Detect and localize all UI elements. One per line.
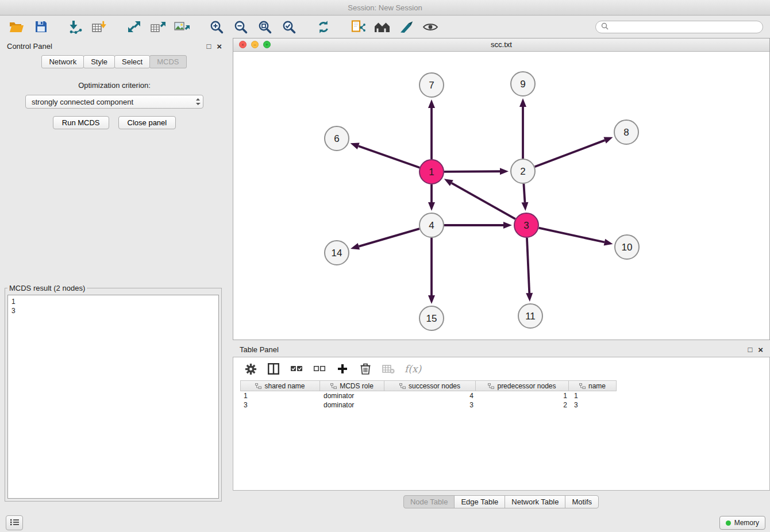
edge-arrowhead (428, 295, 435, 304)
table-body: 1dominator4113dominator323 (240, 391, 769, 410)
table-cell: 3 (571, 401, 619, 409)
tab-edge-table[interactable]: Edge Table (454, 495, 505, 508)
node-1[interactable]: 1 (419, 160, 444, 184)
minimize-window-icon[interactable]: − (251, 41, 259, 48)
zoom-selected-icon[interactable] (280, 19, 298, 35)
houses-icon[interactable] (374, 19, 391, 35)
svg-text:11: 11 (525, 311, 536, 322)
eye-icon[interactable] (422, 19, 439, 35)
column-header-label: name (588, 382, 606, 390)
gear-icon[interactable] (244, 362, 257, 376)
zoom-window-icon[interactable]: + (263, 41, 271, 48)
memory-button[interactable]: Memory (719, 516, 765, 530)
close-panel-icon[interactable]: × (217, 42, 222, 51)
tab-node-table[interactable]: Node Table (403, 495, 455, 508)
node-11[interactable]: 11 (518, 304, 542, 328)
edge-1-6[interactable] (359, 146, 420, 167)
tab-network[interactable]: Network (41, 55, 84, 68)
node-7[interactable]: 7 (419, 73, 444, 97)
traffic-lights: × − + (239, 41, 271, 48)
close-window-icon[interactable]: × (239, 41, 247, 48)
mcds-result-text[interactable]: 1 3 (7, 295, 219, 499)
tab-select[interactable]: Select (114, 55, 150, 68)
zoom-out-icon[interactable] (232, 19, 249, 35)
import-table-icon[interactable] (91, 19, 108, 35)
column-header-label: predecessor nodes (497, 382, 556, 390)
save-session-icon[interactable] (32, 19, 49, 35)
node-2[interactable]: 2 (511, 159, 535, 183)
table-cell: dominator (320, 401, 385, 409)
export-network-icon[interactable] (125, 19, 143, 35)
node-14[interactable]: 14 (325, 241, 349, 265)
export-table-icon[interactable] (149, 19, 167, 35)
open-session-icon[interactable] (8, 19, 25, 35)
close-panel-button[interactable]: Close panel (118, 116, 176, 129)
table-toolbar: f(x) (233, 357, 769, 380)
zoom-fit-icon[interactable] (256, 19, 274, 35)
criterion-select[interactable]: strongly connected component (25, 95, 203, 109)
column-header-successor-nodes[interactable]: successor nodes (384, 380, 476, 391)
node-4[interactable]: 4 (419, 213, 444, 237)
node-3[interactable]: 3 (514, 213, 538, 237)
svg-text:1: 1 (429, 167, 434, 178)
tab-network-table[interactable]: Network Table (505, 495, 565, 508)
search-box[interactable] (595, 21, 763, 33)
table-cell: 3 (385, 401, 477, 409)
column-header-name[interactable]: name (568, 380, 617, 391)
column-header-predecessor-nodes[interactable]: predecessor nodes (475, 380, 569, 391)
float-table-panel-icon[interactable]: □ (748, 346, 752, 353)
float-panel-icon[interactable]: □ (206, 43, 211, 50)
edge-2-8[interactable] (535, 140, 605, 167)
node-6[interactable]: 6 (325, 126, 349, 151)
search-input[interactable] (612, 22, 757, 32)
edge-arrowhead (428, 202, 435, 211)
edge-4-14[interactable] (359, 229, 419, 246)
mcds-buttons: Run MCDS Close panel (0, 116, 229, 129)
table-row[interactable]: 3dominator323 (240, 400, 769, 410)
control-panel-title: Control Panel (7, 42, 52, 51)
edge-3-11[interactable] (527, 238, 529, 293)
table-header-row: shared nameMCDS rolesuccessor nodesprede… (240, 380, 769, 391)
main-toolbar (0, 16, 770, 37)
control-panel-tabs: NetworkStyleSelectMCDS (0, 55, 229, 68)
tab-style[interactable]: Style (83, 55, 115, 68)
task-list-button[interactable] (6, 515, 23, 530)
table-row[interactable]: 1dominator411 (240, 391, 769, 400)
column-header-shared-name[interactable]: shared name (240, 380, 320, 391)
memory-status-icon (726, 521, 731, 526)
add-column-icon[interactable] (336, 362, 349, 376)
table-panel-content: f(x) shared nameMCDS rolesuccessor nodes… (233, 357, 770, 491)
apply-style-icon[interactable] (398, 19, 415, 35)
app-window: Session: New Session Control Panel □ × N… (0, 0, 770, 532)
close-table-panel-icon[interactable]: × (758, 345, 763, 354)
tab-mcds[interactable]: MCDS (149, 55, 186, 68)
column-header-label: shared name (264, 382, 305, 390)
refresh-icon[interactable] (315, 19, 332, 35)
split-panel-icon[interactable] (267, 362, 280, 376)
svg-text:9: 9 (520, 79, 525, 90)
deselect-all-icon[interactable] (313, 362, 326, 376)
node-15[interactable]: 15 (419, 306, 444, 330)
node-9[interactable]: 9 (511, 72, 535, 96)
edge-2-3[interactable] (523, 184, 525, 202)
select-all-icon[interactable] (290, 362, 303, 376)
export-image-icon[interactable] (174, 19, 191, 35)
toolbar-group (67, 19, 108, 35)
delete-column-icon[interactable] (359, 362, 372, 376)
main-toolbar-groups (8, 19, 456, 35)
first-neighbors-icon[interactable] (349, 19, 367, 35)
run-mcds-button[interactable]: Run MCDS (53, 116, 109, 129)
edge-1-2[interactable] (444, 171, 500, 172)
column-header-MCDS-role[interactable]: MCDS role (319, 380, 384, 391)
edge-arrowhead (444, 179, 453, 186)
edge-3-10[interactable] (538, 228, 604, 242)
svg-text:7: 7 (429, 80, 434, 91)
edge-3-1[interactable] (452, 183, 515, 219)
zoom-in-icon[interactable] (208, 19, 225, 35)
svg-text:15: 15 (426, 313, 437, 324)
node-8[interactable]: 8 (614, 120, 638, 144)
tab-motifs[interactable]: Motifs (565, 495, 599, 508)
network-view[interactable]: 7968124314101511 (233, 52, 769, 340)
import-network-icon[interactable] (67, 19, 84, 35)
node-10[interactable]: 10 (615, 235, 639, 259)
